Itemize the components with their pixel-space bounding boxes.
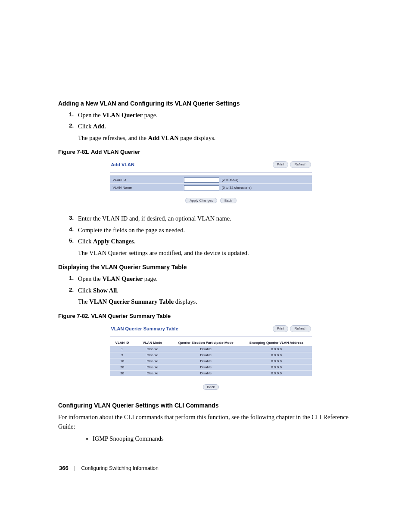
summary-table: VLAN ID VLAN Mode Querier Election Parti… [110,339,312,376]
col-vlan-mode: VLAN Mode [134,339,171,346]
heading-add-new-vlan: Adding a New VLAN and Configuring its VL… [58,100,364,107]
step-text: Complete the fields on the page as neede… [78,225,364,235]
vlan-id-input[interactable] [184,177,219,183]
step-number: 2. [58,286,78,307]
body-paragraph: For information about the CLI commands t… [58,412,364,432]
panel-title: VLAN Querier Summary Table [111,326,178,331]
heading-cli: Configuring VLAN Querier Settings with C… [58,402,364,409]
step-3: 3. Enter the VLAN ID and, if desired, an… [58,214,364,223]
field-label: VLAN ID [113,178,184,182]
add-vlan-panel: Add VLAN Print Refresh VLAN ID (2 to 409… [110,159,312,203]
step-number: 1. [58,274,78,283]
chapter-title: Configuring Switching Information [81,465,159,471]
step-text: Open the VLAN Querier page. [78,274,364,283]
figure-caption-81: Figure 7-81. Add VLAN Querier [58,149,364,155]
vlan-name-input[interactable] [184,185,219,190]
vlan-querier-summary-panel: VLAN Querier Summary Table Print Refresh… [110,324,312,390]
print-button[interactable]: Print [273,161,288,168]
page-footer: 366 | Configuring Switching Information [58,465,364,471]
step-number: 4. [58,225,78,235]
apply-changes-button[interactable]: Apply Changes [185,198,217,203]
step-4: 4. Complete the fields on the page as ne… [58,225,364,235]
bullet-list: IGMP Snooping Commands [58,435,364,442]
refresh-button[interactable]: Refresh [290,325,311,332]
step-text: Click Apply Changes. The VLAN Querier se… [78,236,364,258]
back-button[interactable]: Back [220,198,237,203]
panel-title: Add VLAN [111,162,134,167]
step-list-1b: 3. Enter the VLAN ID and, if desired, an… [58,214,364,258]
col-querier-mode: Querier Election Participate Mode [171,339,241,346]
step-1: 1. Open the VLAN Querier page. [58,274,364,283]
col-vlan-id: VLAN ID [110,339,134,346]
field-hint: (2 to 4093) [222,178,239,182]
list-item: IGMP Snooping Commands [93,435,364,442]
heading-display-summary: Displaying the VLAN Querier Summary Tabl… [58,264,364,271]
step-number: 5. [58,236,78,258]
step-number: 3. [58,214,78,223]
step-list-2: 1. Open the VLAN Querier page. 2. Click … [58,274,364,306]
refresh-button[interactable]: Refresh [290,161,311,168]
step-text: Click Show All. The VLAN Querier Summary… [78,286,364,307]
step-list-1: 1. Open the VLAN Querier page. 2. Click … [58,110,364,143]
table-row: 3DisableDisable0.0.0.0 [110,352,312,358]
step-number: 1. [58,110,78,120]
form-row-vlan-name: VLAN Name (0 to 32 characters) [110,184,312,191]
step-text: Enter the VLAN ID and, if desired, an op… [78,214,364,223]
figure-caption-82: Figure 7-82. VLAN Querier Summary Table [58,313,364,319]
step-text: Click Add. The page refreshes, and the A… [78,121,364,143]
step-2: 2. Click Add. The page refreshes, and th… [58,121,364,143]
table-row: 1DisableDisable0.0.0.0 [110,346,312,352]
step-2: 2. Click Show All. The VLAN Querier Summ… [58,286,364,307]
col-snooping-addr: Snooping Querier VLAN Address [241,339,312,346]
field-label: VLAN Name [113,186,184,190]
step-number: 2. [58,121,78,143]
document-page: Adding a New VLAN and Configuring its VL… [0,0,411,497]
table-row: 30DisableDisable0.0.0.0 [110,370,312,376]
page-number: 366 [59,465,68,471]
back-button[interactable]: Back [203,384,219,390]
step-5: 5. Click Apply Changes. The VLAN Querier… [58,236,364,258]
print-button[interactable]: Print [273,325,288,332]
table-row: 10DisableDisable0.0.0.0 [110,358,312,364]
field-hint: (0 to 32 characters) [222,186,252,190]
table-row: 20DisableDisable0.0.0.0 [110,364,312,370]
step-1: 1. Open the VLAN Querier page. [58,110,364,120]
step-text: Open the VLAN Querier page. [78,110,364,120]
separator: | [74,465,75,471]
form-row-vlan-id: VLAN ID (2 to 4093) [110,176,312,184]
